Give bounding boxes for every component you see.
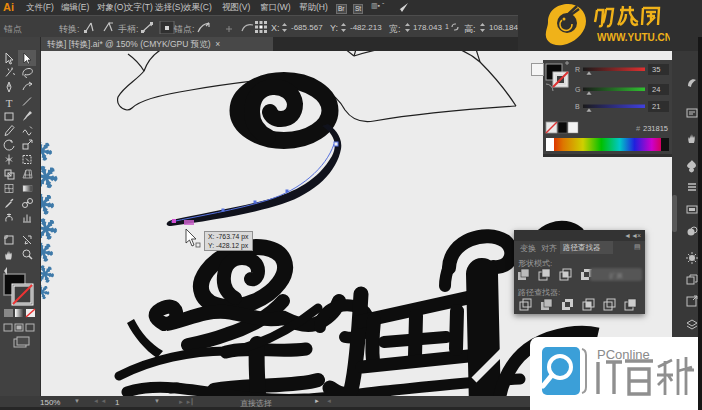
svg-text:231815: 231815 (643, 124, 668, 133)
svg-text:WWW.YUTU.CN: WWW.YUTU.CN (597, 32, 670, 43)
svg-text:#: # (636, 124, 641, 133)
svg-text:24: 24 (652, 85, 660, 94)
svg-text:R: R (575, 66, 580, 73)
svg-text:G: G (575, 86, 580, 93)
svg-text:Y: -428.12 px: Y: -428.12 px (208, 242, 249, 250)
svg-text:35: 35 (652, 65, 660, 74)
svg-text:B: B (575, 103, 580, 110)
svg-text:T: T (6, 97, 13, 109)
svg-text:21: 21 (652, 102, 660, 111)
svg-text:X: -763.74 px: X: -763.74 px (208, 233, 249, 241)
